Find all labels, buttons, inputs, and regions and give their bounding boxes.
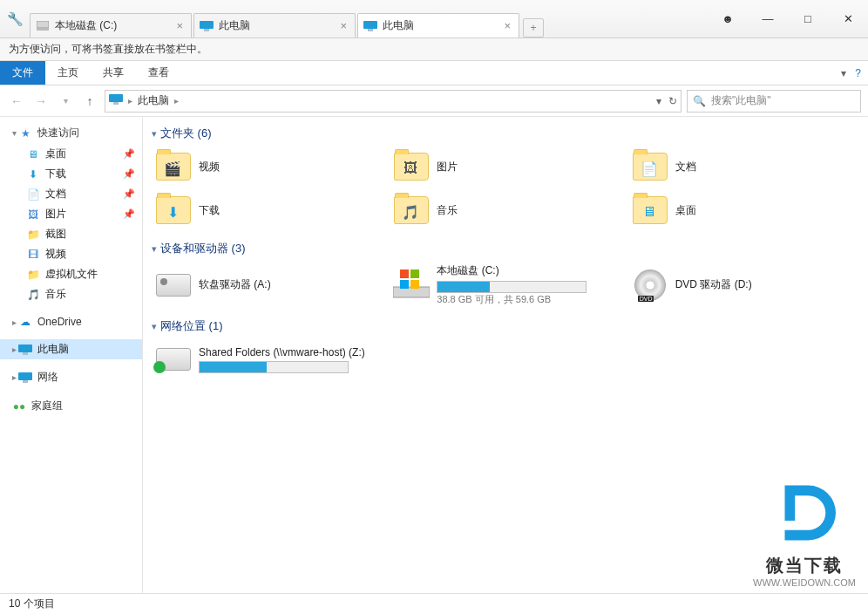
sidebar-quick-access[interactable]: ▾ ★ 快速访问 (0, 122, 142, 144)
titlebar: 🔧 本地磁盘 (C:) × 此电脑 × 此电脑 × + ☻ — □ ✕ (0, 0, 868, 38)
wrench-icon[interactable]: 🔧 (0, 11, 30, 27)
sidebar-item-视频[interactable]: 🎞视频 (0, 244, 142, 264)
back-button[interactable]: ← (7, 92, 26, 111)
svg-rect-15 (400, 280, 409, 289)
folder-item-图片[interactable]: 🖼图片 (390, 147, 620, 187)
device-item[interactable]: DVDDVD 驱动器 (D:) (628, 262, 859, 308)
sidebar: ▾ ★ 快速访问 🖥桌面📌⬇下载📌📄文档📌🖼图片📌📁截图🎞视频📁虚拟机文件🎵音乐… (0, 117, 143, 593)
search-input[interactable]: 🔍 搜索"此电脑" (687, 90, 861, 113)
svg-rect-7 (113, 102, 119, 105)
folder-icon: 🖥 (632, 192, 668, 229)
maximize-button[interactable]: □ (788, 6, 828, 32)
ribbon-help-icon[interactable]: ? (855, 67, 861, 79)
image-icon: 🖼 (26, 208, 40, 222)
ribbon-expand-icon[interactable]: ▾ (841, 67, 846, 79)
chevron-right-icon: ▸ (12, 345, 17, 354)
folder-item-下载[interactable]: ⬇下载 (152, 190, 383, 230)
pc-icon (18, 343, 32, 357)
sidebar-item-虚拟机文件[interactable]: 📁虚拟机文件 (0, 264, 142, 284)
folder-item-桌面[interactable]: 🖥桌面 (628, 190, 859, 230)
sidebar-item-文档[interactable]: 📄文档📌 (0, 184, 142, 204)
sidebar-this-pc[interactable]: ▸ 此电脑 (0, 339, 142, 359)
chevron-down-icon: ▾ (152, 128, 157, 140)
svg-rect-10 (18, 372, 32, 380)
sidebar-item-音乐[interactable]: 🎵音乐 (0, 284, 142, 304)
chevron-down-icon: ▾ (152, 321, 157, 332)
tab-local-disk-c[interactable]: 本地磁盘 (C:) × (30, 13, 192, 38)
watermark: 微当下载 WWW.WEIDOWN.COM (753, 474, 856, 588)
minimize-button[interactable]: — (748, 6, 788, 32)
ribbon-file[interactable]: 文件 (0, 61, 45, 85)
close-button[interactable]: ✕ (828, 6, 868, 32)
user-icon[interactable]: ☻ (708, 6, 748, 32)
drive-icon (36, 19, 50, 33)
sidebar-item-下载[interactable]: ⬇下载📌 (0, 164, 142, 184)
svg-rect-8 (18, 345, 32, 352)
pc-icon (200, 19, 214, 33)
network-icon (18, 371, 32, 385)
music-icon: 🎵 (26, 288, 40, 302)
ribbon: 文件 主页 共享 查看 ▾ ? (0, 61, 868, 85)
ribbon-share[interactable]: 共享 (91, 61, 136, 85)
address-dropdown-icon[interactable]: ▾ (656, 95, 661, 107)
desktop-icon: 🖥 (26, 147, 40, 161)
chevron-right-icon[interactable]: ▸ (128, 96, 132, 106)
device-item[interactable]: 软盘驱动器 (A:) (152, 262, 383, 308)
banner-text: 为方便访问，可将书签直接放在书签栏中。 (9, 42, 207, 57)
folder-icon: 📁 (26, 228, 40, 242)
sidebar-network[interactable]: ▸ 网络 (0, 366, 142, 388)
chevron-down-icon: ▾ (12, 128, 17, 138)
pin-icon: 📌 (123, 168, 135, 180)
recent-dropdown[interactable]: ▾ (56, 92, 75, 111)
tab-label: 此电脑 (219, 18, 250, 33)
network-item[interactable]: Shared Folders (\\vmware-host) (Z:) (152, 339, 383, 379)
tab-close-icon[interactable]: × (173, 19, 186, 32)
tab-close-icon[interactable]: × (337, 19, 349, 32)
svg-rect-5 (368, 29, 373, 31)
device-item[interactable]: 本地磁盘 (C:)38.8 GB 可用，共 59.6 GB (390, 262, 620, 308)
section-network[interactable]: ▾ 网络位置 (1) (152, 315, 859, 339)
folder-icon: 📁 (26, 268, 40, 282)
svg-rect-3 (204, 29, 209, 31)
address-bar[interactable]: ▸ 此电脑 ▸ ▾ ↻ (105, 90, 682, 113)
svg-rect-4 (363, 21, 377, 29)
chevron-right-icon: ▸ (12, 317, 17, 327)
chevron-right-icon[interactable]: ▸ (174, 96, 179, 106)
folder-icon: 🎵 (393, 192, 430, 229)
sidebar-onedrive[interactable]: ▸ ☁ OneDrive (0, 311, 142, 332)
watermark-url: WWW.WEIDOWN.COM (753, 577, 856, 588)
capacity-bar (437, 281, 587, 293)
tab-this-pc-2[interactable]: 此电脑 × (357, 13, 519, 38)
ribbon-view[interactable]: 查看 (136, 61, 181, 85)
folder-icon: ⬇ (155, 192, 192, 229)
pc-icon (363, 19, 377, 33)
section-devices[interactable]: ▾ 设备和驱动器 (3) (152, 237, 859, 262)
up-button[interactable]: ↑ (80, 92, 99, 111)
folder-item-视频[interactable]: 🎬视频 (152, 147, 383, 187)
sidebar-item-截图[interactable]: 📁截图 (0, 224, 142, 244)
tab-this-pc-1[interactable]: 此电脑 × (193, 13, 356, 38)
tab-label: 此电脑 (383, 18, 414, 33)
sidebar-homegroup[interactable]: ●● 家庭组 (0, 395, 142, 417)
tab-close-icon[interactable]: × (501, 19, 513, 32)
dvd-icon: DVD (634, 269, 666, 301)
section-folders[interactable]: ▾ 文件夹 (6) (152, 122, 859, 147)
search-placeholder: 搜索"此电脑" (711, 93, 771, 108)
refresh-icon[interactable]: ↻ (668, 95, 677, 107)
star-icon: ★ (18, 126, 32, 140)
ribbon-home[interactable]: 主页 (45, 61, 91, 85)
svg-rect-14 (410, 269, 419, 278)
svg-rect-1 (37, 28, 49, 31)
folder-item-文档[interactable]: 📄文档 (628, 147, 859, 187)
chevron-down-icon: ▾ (152, 243, 157, 255)
new-tab-button[interactable]: + (523, 18, 544, 38)
forward-button[interactable]: → (31, 92, 51, 111)
sidebar-item-图片[interactable]: 🖼图片📌 (0, 204, 142, 224)
breadcrumb[interactable]: 此电脑 (138, 93, 169, 108)
folder-item-音乐[interactable]: 🎵音乐 (390, 190, 620, 230)
status-bar: 10 个项目 (0, 593, 868, 614)
sidebar-item-桌面[interactable]: 🖥桌面📌 (0, 144, 142, 164)
window-controls: ☻ — □ ✕ (708, 0, 868, 38)
doc-icon: 📄 (26, 188, 40, 201)
windows-drive-icon (393, 268, 430, 302)
